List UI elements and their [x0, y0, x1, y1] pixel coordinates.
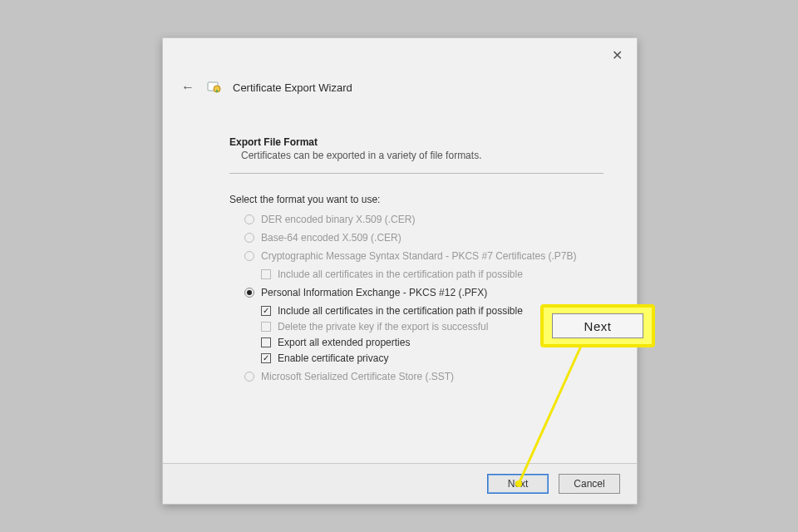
- checkbox-icon: [261, 269, 271, 279]
- checkbox-icon: ✓: [261, 306, 271, 316]
- checkbox-pfx-privacy[interactable]: ✓ Enable certificate privacy: [261, 352, 603, 364]
- checkbox-label: Include all certificates in the certific…: [278, 268, 523, 280]
- radio-icon: [244, 251, 254, 261]
- checkbox-label: Export all extended properties: [278, 337, 410, 348]
- content-area: Export File Format Certificates can be e…: [229, 136, 603, 389]
- format-prompt: Select the format you want to use:: [229, 194, 603, 205]
- checkbox-label: Enable certificate privacy: [278, 352, 388, 364]
- divider: [229, 173, 603, 174]
- button-label: Next: [508, 478, 529, 490]
- wizard-header: ← Certificate Export Wizard: [181, 80, 352, 95]
- button-label: Cancel: [574, 478, 604, 490]
- radio-pkcs7: Cryptographic Message Syntax Standard - …: [244, 250, 603, 262]
- close-icon: ✕: [612, 47, 623, 63]
- radio-icon: [244, 214, 254, 224]
- radio-sst: Microsoft Serialized Certificate Store (…: [244, 371, 603, 382]
- checkbox-icon: ✓: [261, 353, 271, 363]
- annotation-label: Next: [584, 319, 612, 333]
- radio-label: Base-64 encoded X.509 (.CER): [261, 232, 401, 244]
- annotation-callout: Next: [540, 304, 655, 347]
- radio-icon: [244, 233, 254, 243]
- radio-label: DER encoded binary X.509 (.CER): [261, 214, 415, 225]
- checkbox-label: Delete the private key if the export is …: [278, 321, 488, 332]
- radio-label: Personal Information Exchange - PKCS #12…: [261, 287, 487, 298]
- radio-icon: [244, 288, 254, 298]
- section-subtext: Certificates can be exported in a variet…: [241, 150, 603, 161]
- checkbox-pkcs7-include: Include all certificates in the certific…: [261, 268, 603, 280]
- radio-icon: [244, 372, 254, 382]
- close-button[interactable]: ✕: [607, 45, 627, 65]
- checkbox-label: Include all certificates in the certific…: [278, 305, 523, 317]
- radio-label: Microsoft Serialized Certificate Store (…: [261, 371, 454, 382]
- certificate-icon: [206, 80, 221, 95]
- cancel-button[interactable]: Cancel: [559, 474, 620, 494]
- dialog-footer: Next Cancel: [163, 463, 637, 504]
- checkbox-icon: [261, 322, 271, 332]
- radio-pfx[interactable]: Personal Information Exchange - PKCS #12…: [244, 287, 603, 298]
- annotation-button: Next: [552, 313, 643, 338]
- checkbox-icon: [261, 337, 271, 347]
- wizard-title: Certificate Export Wizard: [233, 81, 352, 94]
- radio-der: DER encoded binary X.509 (.CER): [244, 214, 603, 225]
- next-button[interactable]: Next: [487, 474, 549, 494]
- back-arrow-icon[interactable]: ←: [181, 80, 195, 95]
- format-options: DER encoded binary X.509 (.CER) Base-64 …: [244, 214, 603, 382]
- radio-base64: Base-64 encoded X.509 (.CER): [244, 232, 603, 244]
- radio-label: Cryptographic Message Syntax Standard - …: [261, 250, 577, 262]
- export-wizard-dialog: ✕ ← Certificate Export Wizard Export Fil…: [162, 37, 638, 505]
- section-heading: Export File Format: [229, 136, 603, 148]
